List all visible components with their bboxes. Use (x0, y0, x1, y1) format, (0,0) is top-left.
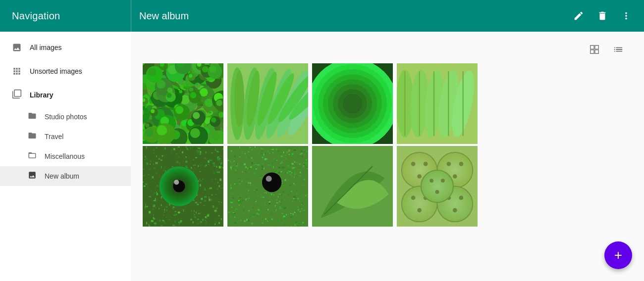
list-view-icon (613, 44, 624, 55)
sidebar: All images Unsorted images Library (0, 32, 131, 281)
photo-thumbnail (143, 63, 223, 144)
sidebar-item-miscellanous[interactable]: Miscellanous (0, 146, 131, 166)
photo-thumbnail (143, 146, 223, 227)
app-body: All images Unsorted images Library (0, 32, 644, 281)
miscellanous-label: Miscellanous (45, 152, 85, 160)
photo-thumbnail (312, 146, 393, 227)
photo-cell[interactable] (397, 63, 478, 144)
list-view-button[interactable] (608, 40, 628, 59)
travel-label: Travel (45, 133, 63, 140)
studio-photos-icon (28, 111, 37, 123)
unsorted-images-icon (12, 66, 22, 76)
photo-cell[interactable] (312, 146, 393, 227)
app-header: Navigation New album (0, 0, 644, 32)
header-actions (569, 6, 644, 26)
edit-icon (573, 10, 584, 21)
photo-thumbnail (397, 146, 478, 227)
miscellanous-icon (28, 151, 37, 162)
edit-button[interactable] (569, 6, 589, 26)
travel-icon (28, 131, 37, 142)
studio-photos-label: Studio photos (45, 113, 87, 121)
photo-cell[interactable] (227, 146, 308, 227)
all-images-icon (12, 43, 22, 52)
add-button[interactable]: + (604, 241, 632, 269)
more-button[interactable] (616, 6, 636, 26)
sidebar-item-studio-photos[interactable]: Studio photos (0, 107, 131, 127)
photo-cell[interactable] (143, 63, 223, 144)
photo-thumbnail (312, 63, 393, 144)
photo-cell[interactable] (397, 146, 478, 227)
more-vert-icon (621, 10, 632, 21)
delete-button[interactable] (592, 6, 612, 26)
album-title: New album (131, 10, 569, 22)
sidebar-item-all-images[interactable]: All images (0, 36, 131, 59)
add-icon: + (614, 247, 622, 263)
sidebar-library-label: Library (30, 91, 53, 99)
delete-icon (597, 10, 608, 21)
view-controls (143, 40, 632, 59)
photo-cell[interactable] (312, 63, 393, 144)
new-album-icon (28, 171, 37, 182)
sidebar-library-header: Library (0, 83, 131, 107)
nav-title: Navigation (0, 10, 131, 22)
photo-thumbnail (227, 146, 308, 227)
photo-thumbnail (227, 63, 308, 144)
sidebar-item-new-album[interactable]: New album (0, 166, 131, 186)
sidebar-item-unsorted-images[interactable]: Unsorted images (0, 59, 131, 83)
photo-grid (143, 63, 480, 227)
photo-cell[interactable] (143, 146, 223, 227)
sidebar-item-unsorted-label: Unsorted images (30, 67, 82, 75)
photo-thumbnail (397, 63, 478, 144)
photo-cell[interactable] (227, 63, 308, 144)
sidebar-item-travel[interactable]: Travel (0, 127, 131, 146)
sidebar-item-all-images-label: All images (30, 44, 62, 51)
grid-view-button[interactable] (585, 40, 604, 59)
new-album-label: New album (45, 172, 79, 180)
library-icon (12, 89, 22, 101)
main-content (131, 32, 644, 281)
grid-view-icon (589, 44, 600, 55)
